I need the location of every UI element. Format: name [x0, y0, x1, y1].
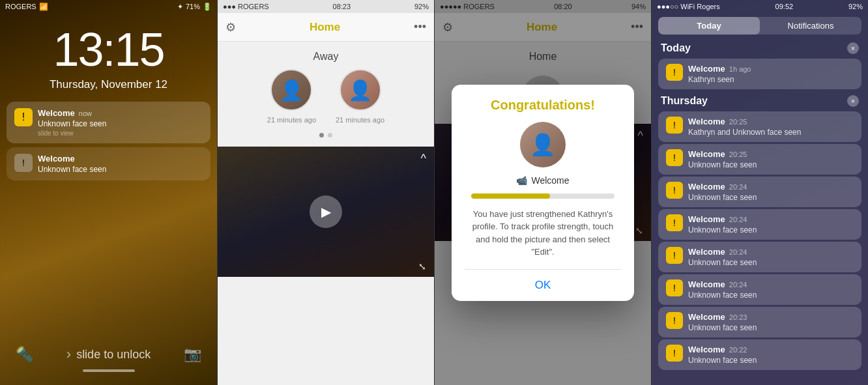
thursday-notif-item[interactable]: ! Welcome 20:25 Kathryn and Unknown face…: [658, 111, 861, 142]
thursday-notif-body-4: Unknown face seen: [688, 258, 854, 267]
close-icon-today: ×: [851, 44, 855, 52]
thursday-notif-time-7: 20:22: [729, 346, 747, 354]
thursday-notif-header-0: Welcome 20:25: [688, 117, 854, 126]
lock-time: 13:15: [0, 26, 217, 73]
lock-status-left: ROGERS 📶: [5, 3, 48, 11]
thursday-notif-time-5: 20:24: [729, 281, 747, 289]
carrier-label: ROGERS: [5, 3, 36, 10]
dialog-avatar: 👤: [520, 122, 566, 167]
today-notif-content: Welcome 1h ago Kathryn seen: [688, 64, 854, 84]
warning-icon-2: !: [22, 158, 25, 168]
thursday-notif-content-3: Welcome 20:24 Unknown face seen: [688, 214, 854, 235]
away-avatars: 👤 21 minutes ago 👤 21 minutes ago: [218, 69, 434, 124]
thursday-notif-header-2: Welcome 20:24: [688, 182, 854, 192]
thursday-app-icon-6: !: [666, 312, 683, 329]
today-notif-item[interactable]: ! Welcome 1h ago Kathryn seen: [658, 59, 861, 89]
tab-notifications[interactable]: Notifications: [760, 17, 861, 35]
thursday-section-header: Thursday ×: [652, 91, 868, 109]
thursday-notif-item[interactable]: ! Welcome 20:25 Unknown face seen: [658, 144, 861, 175]
today-warning-icon: !: [673, 67, 676, 78]
app-status-bar-2: ●●● ROGERS 08:23 92%: [218, 0, 434, 13]
today-app-icon: !: [666, 64, 683, 81]
notif-content-area: ●●●○○ WiFi Rogers 09:52 92% Today Notifi…: [652, 0, 868, 385]
time-2: 08:23: [333, 3, 351, 10]
thursday-section-title: Thursday: [661, 95, 708, 107]
dialog-camera-label: 📹 Welcome: [465, 175, 621, 186]
thursday-notif-title-0: Welcome: [688, 117, 725, 126]
thursday-notif-title-2: Welcome: [688, 182, 725, 192]
thursday-notif-body-0: Kathryn and Unknown face seen: [688, 128, 854, 137]
notifications-screen: ●●●○○ WiFi Rogers 09:52 92% Today Notifi…: [651, 0, 868, 385]
thursday-notif-header-1: Welcome 20:25: [688, 149, 854, 159]
lock-status-right: ✦ 71% 🔋: [177, 3, 212, 11]
thursday-warning-icon-5: !: [673, 283, 676, 293]
slide-to-unlock[interactable]: › slide to unlock: [66, 346, 151, 363]
expand-icon-2[interactable]: ⤡: [418, 261, 426, 272]
thursday-app-icon-5: !: [666, 279, 683, 296]
thursday-app-icon-4: !: [666, 247, 683, 264]
thursday-app-icon-3: !: [666, 214, 683, 231]
thursday-notif-item[interactable]: ! Welcome 20:24 Unknown face seen: [658, 274, 861, 305]
dialog-progress-bar: [471, 193, 615, 199]
more-icon-2[interactable]: •••: [414, 20, 426, 34]
thursday-app-icon-2: !: [666, 182, 683, 199]
avatar1-time: 21 minutes ago: [267, 116, 316, 124]
avatar-male: 👤: [270, 69, 312, 111]
thursday-notif-content-1: Welcome 20:25 Unknown face seen: [688, 149, 854, 169]
today-notif-title: Welcome: [688, 64, 725, 74]
chevron-up-icon-2[interactable]: ^: [421, 152, 426, 165]
congratulations-dialog: Congratulations! 👤 📹 Welcome You have ju…: [452, 85, 634, 301]
thursday-notif-item[interactable]: ! Welcome 20:24 Unknown face seen: [658, 177, 861, 207]
thursday-warning-icon-6: !: [673, 315, 676, 326]
thursday-notif-item[interactable]: ! Welcome 20:22 Unknown face seen: [658, 339, 861, 370]
thursday-notif-body-3: Unknown face seen: [688, 225, 854, 235]
battery-2: 92%: [414, 3, 429, 10]
dot-2: [328, 133, 332, 137]
dialog-overlay: Congratulations! 👤 📹 Welcome You have ju…: [435, 0, 651, 385]
thursday-app-icon-1: !: [666, 149, 683, 166]
thursday-close-button[interactable]: ×: [847, 95, 859, 107]
thursday-notif-item[interactable]: ! Welcome 20:24 Unknown face seen: [658, 209, 861, 240]
notif-status-bar: ●●●○○ WiFi Rogers 09:52 92%: [652, 0, 868, 13]
thursday-notif-content-5: Welcome 20:24 Unknown face seen: [688, 279, 854, 300]
thursday-notif-body-2: Unknown face seen: [688, 193, 854, 202]
battery-icon: 🔋: [203, 3, 212, 11]
lock-notification-secondary[interactable]: ! Welcome Unknown face seen: [7, 147, 210, 180]
thursday-notif-content-6: Welcome 20:23 Unknown face seen: [688, 312, 854, 332]
gear-icon-2[interactable]: ⚙: [225, 20, 236, 35]
thursday-notif-body-7: Unknown face seen: [688, 356, 854, 365]
play-icon-2: ▶: [321, 204, 331, 220]
thursday-notif-item[interactable]: ! Welcome 20:24 Unknown face seen: [658, 242, 861, 272]
chevron-right-icon: ›: [66, 346, 71, 363]
camera-icon-lock[interactable]: 📷: [184, 346, 201, 363]
dialog-ok-button[interactable]: OK: [465, 270, 621, 301]
thursday-items-list: ! Welcome 20:25 Kathryn and Unknown face…: [652, 111, 868, 370]
today-notif-body: Kathryn seen: [688, 75, 854, 84]
slide-hint: slide to view: [38, 130, 203, 137]
flashlight-icon: 🔦: [16, 346, 33, 363]
thursday-notif-header-3: Welcome 20:24: [688, 214, 854, 224]
away-screen: ●●● ROGERS 08:23 92% ⚙ Home ••• Away 👤 2…: [217, 0, 434, 385]
notif-content-1: Welcome now Unknown face seen slide to v…: [38, 108, 203, 137]
lock-status-bar: ROGERS 📶 ✦ 71% 🔋: [0, 0, 217, 13]
notif-tab-bar: Today Notifications: [658, 17, 861, 35]
thursday-notif-time-6: 20:23: [729, 313, 747, 321]
tab-today[interactable]: Today: [658, 17, 760, 35]
thursday-app-icon-0: !: [666, 117, 683, 134]
thursday-notif-item[interactable]: ! Welcome 20:23 Unknown face seen: [658, 307, 861, 337]
thursday-notif-time-0: 20:25: [729, 118, 747, 126]
carousel-dots: [218, 133, 434, 137]
lock-bottom: 🔦 › slide to unlock 📷: [0, 346, 217, 372]
thursday-notif-title-4: Welcome: [688, 247, 725, 257]
today-close-button[interactable]: ×: [847, 42, 859, 54]
thursday-notif-time-4: 20:24: [729, 248, 747, 256]
lock-screen: ROGERS 📶 ✦ 71% 🔋 13:15 Thursday, Novembe…: [0, 0, 217, 385]
play-button-2[interactable]: ▶: [310, 195, 342, 228]
thursday-notif-title-1: Welcome: [688, 149, 725, 159]
thursday-notif-time-1: 20:25: [729, 150, 747, 158]
away-nav-title: Home: [310, 21, 340, 34]
thursday-notif-header-6: Welcome 20:23: [688, 312, 854, 322]
lock-notification-primary[interactable]: ! Welcome now Unknown face seen slide to…: [7, 102, 210, 143]
dialog-title: Congratulations!: [465, 98, 621, 113]
thursday-notif-body-1: Unknown face seen: [688, 160, 854, 169]
